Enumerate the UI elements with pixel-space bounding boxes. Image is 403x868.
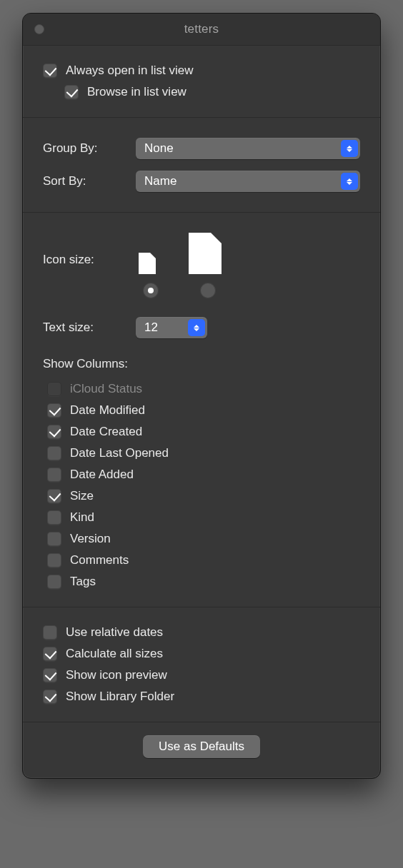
option-label: Calculate all sizes xyxy=(66,647,163,661)
icon-size-large-radio[interactable] xyxy=(200,283,216,298)
view-options-window: tetters Always open in list view Browse … xyxy=(22,13,381,779)
column-row: Comments xyxy=(43,550,360,571)
column-row: Version xyxy=(43,528,360,550)
column-label: Version xyxy=(70,532,111,546)
browse-row: Browse in list view xyxy=(43,81,360,103)
updown-icon xyxy=(341,140,358,157)
columns-list: iCloud StatusDate ModifiedDate CreatedDa… xyxy=(43,378,360,592)
column-label: Kind xyxy=(70,510,94,525)
icon-size-radios xyxy=(43,274,360,304)
column-label: Comments xyxy=(70,553,129,567)
column-row: Date Added xyxy=(43,464,360,485)
group-by-label: Group By: xyxy=(43,141,126,156)
browse-label: Browse in list view xyxy=(87,85,186,99)
text-size-value: 12 xyxy=(144,321,158,335)
column-checkbox xyxy=(47,382,61,396)
column-label: iCloud Status xyxy=(70,382,142,396)
close-window-button[interactable] xyxy=(34,24,44,34)
option-checkbox[interactable] xyxy=(43,647,57,661)
column-label: Date Added xyxy=(70,468,134,482)
use-as-defaults-button[interactable]: Use as Defaults xyxy=(143,735,260,758)
file-icon xyxy=(189,233,222,274)
column-row: Date Modified xyxy=(43,400,360,421)
column-row: Date Last Opened xyxy=(43,443,360,464)
column-label: Tags xyxy=(70,575,96,589)
option-row: Use relative dates xyxy=(43,622,360,643)
column-checkbox[interactable] xyxy=(47,553,61,567)
option-row: Calculate all sizes xyxy=(43,643,360,665)
column-row: Date Created xyxy=(43,421,360,443)
column-checkbox[interactable] xyxy=(47,532,61,546)
column-row: iCloud Status xyxy=(43,378,360,400)
text-size-popup[interactable]: 12 xyxy=(136,317,207,338)
section-group-sort: Group By: None Sort By: Name xyxy=(23,118,380,213)
always-open-row: Always open in list view xyxy=(43,60,360,81)
option-checkbox[interactable] xyxy=(43,625,57,640)
option-checkbox[interactable] xyxy=(43,668,57,682)
column-checkbox[interactable] xyxy=(47,575,61,589)
column-row: Kind xyxy=(43,507,360,528)
option-row: Show icon preview xyxy=(43,665,360,686)
always-open-checkbox[interactable] xyxy=(43,64,57,78)
show-columns-heading: Show Columns: xyxy=(43,344,360,378)
column-label: Date Created xyxy=(70,425,142,439)
group-by-row: Group By: None xyxy=(43,132,360,165)
icon-size-label: Icon size: xyxy=(43,253,126,274)
text-size-row: Text size: 12 xyxy=(43,304,360,344)
icon-size-options xyxy=(136,233,222,274)
file-icon xyxy=(139,253,156,274)
column-label: Date Last Opened xyxy=(70,446,169,460)
option-label: Show Library Folder xyxy=(66,690,174,704)
always-open-label: Always open in list view xyxy=(66,64,194,78)
titlebar: tetters xyxy=(23,14,380,46)
column-label: Date Modified xyxy=(70,403,145,418)
column-checkbox[interactable] xyxy=(47,425,61,439)
column-checkbox[interactable] xyxy=(47,510,61,525)
option-checkbox[interactable] xyxy=(43,690,57,704)
sort-by-popup[interactable]: Name xyxy=(136,171,360,192)
column-checkbox[interactable] xyxy=(47,489,61,503)
sort-by-label: Sort By: xyxy=(43,174,126,188)
icon-size-small-radio[interactable] xyxy=(143,283,159,298)
icon-size-row: Icon size: xyxy=(43,227,360,274)
column-row: Tags xyxy=(43,571,360,592)
section-icon-text: Icon size: Text size: 12 Show Columns: xyxy=(23,213,380,607)
group-by-popup[interactable]: None xyxy=(136,138,360,159)
column-label: Size xyxy=(70,489,94,503)
updown-icon xyxy=(188,319,205,336)
text-size-label: Text size: xyxy=(43,321,126,335)
option-label: Show icon preview xyxy=(66,668,167,682)
column-row: Size xyxy=(43,485,360,507)
sort-by-row: Sort By: Name xyxy=(43,165,360,198)
section-options: Use relative datesCalculate all sizesSho… xyxy=(23,607,380,722)
column-checkbox[interactable] xyxy=(47,446,61,460)
group-by-value: None xyxy=(144,141,174,156)
section-view-mode: Always open in list view Browse in list … xyxy=(23,46,380,118)
browse-checkbox[interactable] xyxy=(64,85,79,99)
option-row: Show Library Folder xyxy=(43,686,360,707)
window-title: tetters xyxy=(184,22,219,36)
column-checkbox[interactable] xyxy=(47,403,61,418)
option-label: Use relative dates xyxy=(66,625,163,640)
updown-icon xyxy=(341,173,358,190)
column-checkbox[interactable] xyxy=(47,468,61,482)
sort-by-value: Name xyxy=(144,174,176,188)
footer: Use as Defaults xyxy=(23,722,380,778)
